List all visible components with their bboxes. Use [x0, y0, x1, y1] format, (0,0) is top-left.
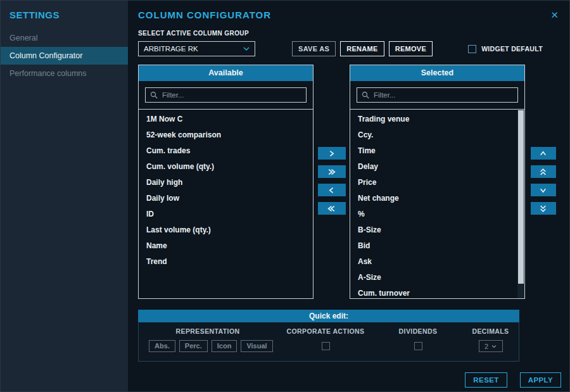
move-right-button[interactable] [318, 147, 346, 160]
column-configurator-panel: COLUMN CONFIGURATOR ✕ SELECT ACTIVE COLU… [128, 1, 570, 391]
quick-edit-body: REPRESENTATION CORPORATE ACTIONS DIVIDEN… [138, 322, 519, 362]
corporate-actions-header: CORPORATE ACTIONS [277, 327, 374, 335]
group-toolbar: ARBITRAGE RK SAVE AS RENAME REMOVE WIDGE… [138, 41, 561, 56]
quick-edit-title: Quick edit: [138, 310, 519, 322]
selected-column-item[interactable]: Ask [350, 254, 524, 270]
scrollbar[interactable] [517, 110, 524, 298]
move-all-left-button[interactable] [318, 202, 346, 215]
selected-column-item[interactable]: A-Size [350, 270, 524, 286]
selected-panel-title: Selected [350, 65, 524, 81]
selected-column-item[interactable]: Bid [350, 238, 524, 254]
selected-column-item[interactable]: B-Size [350, 222, 524, 238]
available-column-item[interactable]: Daily high [139, 175, 313, 191]
move-bottom-icon [539, 205, 547, 213]
selected-column-item[interactable]: Ccy. [350, 127, 524, 143]
chevron-down-icon [243, 46, 250, 51]
reset-button[interactable]: RESET [465, 372, 507, 388]
representation-options: Abs.Perc.IconVisual [139, 340, 277, 352]
sidebar-item[interactable]: Performance columns [1, 65, 128, 82]
selected-column-item[interactable]: Net change [350, 191, 524, 206]
sidebar-item[interactable]: Column Configurator [1, 47, 128, 65]
rename-button[interactable]: RENAME [340, 41, 384, 56]
selected-column-item[interactable]: Cum. turnover [350, 286, 524, 298]
available-column-item[interactable]: 1M Now C [139, 111, 313, 127]
move-bottom-button[interactable] [531, 202, 556, 215]
sidebar-item[interactable]: General [1, 29, 128, 47]
reorder-buttons [525, 65, 561, 299]
available-column-item[interactable]: Cum. trades [139, 143, 313, 159]
decimals-select[interactable]: 2 [479, 340, 503, 352]
move-down-button[interactable] [531, 184, 556, 196]
selected-filter-input[interactable] [374, 91, 513, 99]
apply-button[interactable]: APPLY [520, 372, 561, 388]
move-up-button[interactable] [531, 147, 556, 160]
remove-button[interactable]: REMOVE [389, 41, 433, 56]
move-right-icon [327, 149, 336, 158]
representation-option[interactable]: Visual [241, 340, 272, 352]
move-left-button[interactable] [318, 184, 346, 196]
representation-option[interactable]: Abs. [149, 340, 175, 352]
available-column-item[interactable]: ID [139, 206, 313, 222]
move-left-icon [327, 186, 336, 194]
selected-filter [357, 87, 518, 103]
settings-window: SETTINGS GeneralColumn ConfiguratorPerfo… [0, 0, 570, 392]
move-up-icon [539, 149, 547, 158]
move-down-icon [539, 186, 547, 194]
move-top-button[interactable] [531, 165, 556, 178]
decimals-value: 2 [484, 343, 488, 350]
panel-header: COLUMN CONFIGURATOR ✕ [138, 9, 561, 20]
available-panel: Available 1M Now C52-week comparisonCum.… [138, 65, 314, 299]
page-title: COLUMN CONFIGURATOR [138, 9, 271, 20]
selected-column-item[interactable]: Price [350, 175, 524, 191]
available-column-item[interactable]: Name [139, 238, 313, 254]
move-top-icon [539, 168, 547, 176]
search-icon [362, 91, 370, 99]
close-icon[interactable]: ✕ [548, 9, 561, 20]
move-all-right-icon [327, 168, 336, 176]
available-column-item[interactable]: Cum. volume (qty.) [139, 159, 313, 175]
available-column-item[interactable]: Daily low [139, 191, 313, 206]
sidebar-nav: GeneralColumn ConfiguratorPerformance co… [1, 29, 128, 82]
dialog-footer: RESET APPLY [138, 372, 561, 388]
available-column-item[interactable]: Last volume (qty.) [139, 222, 313, 238]
column-group-value: ARBITRAGE RK [144, 45, 198, 53]
available-column-item[interactable]: Trend [139, 254, 313, 270]
selected-panel: Selected Trading venueCcy.TimeDelayPric [350, 65, 525, 299]
decimals-header: DECIMALS [462, 327, 519, 335]
scrollbar-thumb[interactable] [518, 110, 524, 284]
save-as-button[interactable]: SAVE AS [292, 41, 336, 56]
move-all-right-button[interactable] [318, 165, 346, 178]
available-filter [145, 87, 307, 103]
column-lists: Available 1M Now C52-week comparisonCum.… [138, 65, 561, 299]
available-column-item[interactable]: 52-week comparison [139, 127, 313, 143]
selected-column-item[interactable]: Delay [350, 159, 524, 175]
available-list: 1M Now C52-week comparisonCum. tradesCum… [139, 109, 313, 298]
selected-list: Trading venueCcy.TimeDelayPriceNet chang… [350, 109, 524, 298]
search-icon [150, 91, 158, 99]
settings-sidebar: SETTINGS GeneralColumn ConfiguratorPerfo… [1, 1, 128, 391]
selected-column-item[interactable]: Time [350, 143, 524, 159]
dividends-checkbox[interactable] [414, 342, 422, 350]
column-group-select[interactable]: ARBITRAGE RK [138, 41, 255, 56]
settings-title: SETTINGS [1, 8, 128, 29]
transfer-buttons [314, 65, 350, 299]
quick-edit-section: Quick edit: REPRESENTATION CORPORATE ACT… [138, 310, 519, 362]
corporate-actions-checkbox[interactable] [322, 342, 330, 350]
dividends-header: DIVIDENDS [374, 327, 462, 335]
available-filter-input[interactable] [162, 91, 301, 99]
selected-column-item[interactable]: % [350, 206, 524, 222]
chevron-down-icon [491, 345, 497, 348]
widget-default-checkbox[interactable]: WIDGET DEFAULT [468, 45, 543, 53]
selected-column-item[interactable]: Trading venue [350, 111, 524, 127]
group-select-label: SELECT ACTIVE COLUMN GROUP [138, 30, 561, 37]
representation-option[interactable]: Perc. [179, 340, 208, 352]
widget-default-label: WIDGET DEFAULT [481, 45, 543, 53]
representation-option[interactable]: Icon [212, 340, 238, 352]
available-panel-title: Available [139, 65, 313, 81]
representation-header: REPRESENTATION [139, 327, 277, 335]
move-all-left-icon [327, 205, 336, 213]
checkbox-box[interactable] [468, 45, 476, 53]
